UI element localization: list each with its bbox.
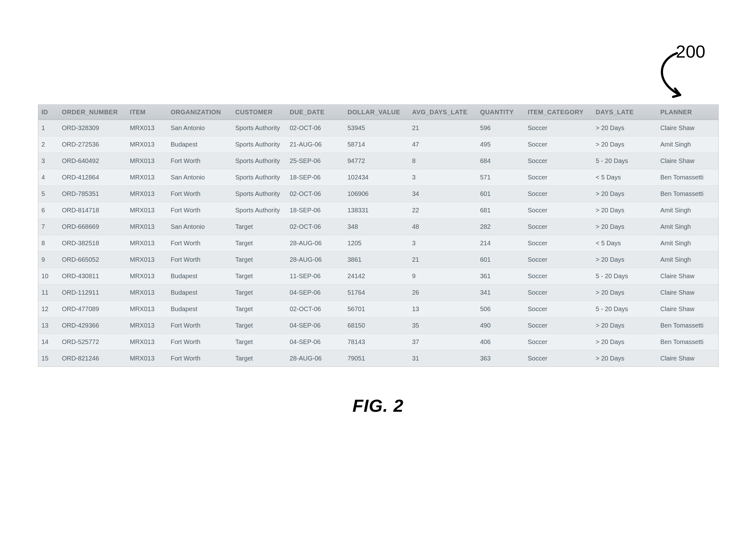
col-header-id[interactable]: ID — [38, 105, 59, 120]
cell-id: 3 — [38, 153, 59, 169]
cell-organization: Fort Worth — [168, 251, 232, 268]
cell-planner: Ben Tomassetti — [657, 186, 719, 202]
cell-organization: Fort Worth — [168, 202, 232, 219]
cell-avg-days-late: 26 — [409, 285, 477, 301]
cell-customer: Sports Authority — [232, 136, 287, 153]
cell-days-late: 5 - 20 Days — [592, 153, 657, 169]
cell-days-late: 5 - 20 Days — [592, 268, 657, 285]
cell-dollar-value: 58714 — [344, 136, 409, 153]
table-row[interactable]: 6ORD-814718MRX013Fort WorthSports Author… — [38, 202, 718, 219]
cell-order-number: ORD-272536 — [59, 136, 127, 153]
cell-due-date: 02-OCT-06 — [287, 301, 344, 318]
col-header-item[interactable]: ITEM — [127, 105, 168, 120]
cell-days-late: > 20 Days — [592, 120, 657, 136]
cell-id: 8 — [38, 235, 59, 251]
cell-planner: Ben Tomassetti — [657, 169, 719, 186]
orders-table: ID ORDER_NUMBER ITEM ORGANIZATION CUSTOM… — [38, 105, 718, 367]
table-row[interactable]: 4ORD-412864MRX013San AntonioSports Autho… — [38, 169, 718, 186]
cell-planner: Amit Singh — [657, 235, 719, 251]
table-row[interactable]: 10ORD-430811MRX013BudapestTarget11-SEP-0… — [38, 268, 718, 285]
cell-due-date: 04-SEP-06 — [287, 285, 344, 301]
cell-customer: Sports Authority — [232, 186, 287, 202]
cell-item: MRX013 — [127, 350, 168, 367]
cell-planner: Ben Tomassetti — [657, 318, 719, 334]
cell-due-date: 11-SEP-06 — [287, 268, 344, 285]
cell-item: MRX013 — [127, 120, 168, 136]
table-row[interactable]: 8ORD-382518MRX013Fort WorthTarget28-AUG-… — [38, 235, 718, 251]
table-row[interactable]: 12ORD-477089MRX013BudapestTarget02-OCT-0… — [38, 301, 718, 318]
cell-planner: Amit Singh — [657, 251, 719, 268]
cell-avg-days-late: 47 — [409, 136, 477, 153]
cell-dollar-value: 68150 — [344, 318, 409, 334]
cell-due-date: 04-SEP-06 — [287, 318, 344, 334]
cell-item-category: Soccer — [524, 219, 592, 235]
table-row[interactable]: 13ORD-429366MRX013Fort WorthTarget04-SEP… — [38, 318, 718, 334]
cell-id: 14 — [38, 334, 59, 350]
cell-order-number: ORD-477089 — [59, 301, 127, 318]
col-header-organization[interactable]: ORGANIZATION — [168, 105, 232, 120]
figure-page: 200 ID ORDER_NUMBER ITEM ORGANIZATION CU… — [0, 0, 756, 551]
table-row[interactable]: 11ORD-112911MRX013BudapestTarget04-SEP-0… — [38, 285, 718, 301]
col-header-item-category[interactable]: ITEM_CATEGORY — [524, 105, 592, 120]
cell-organization: Fort Worth — [168, 350, 232, 367]
cell-item-category: Soccer — [524, 153, 592, 169]
cell-quantity: 681 — [477, 202, 525, 219]
cell-quantity: 596 — [477, 120, 525, 136]
cell-organization: Fort Worth — [168, 318, 232, 334]
cell-due-date: 28-AUG-06 — [287, 251, 344, 268]
col-header-quantity[interactable]: QUANTITY — [477, 105, 525, 120]
cell-quantity: 571 — [477, 169, 525, 186]
cell-organization: Budapest — [168, 285, 232, 301]
cell-avg-days-late: 3 — [409, 235, 477, 251]
table-row[interactable]: 5ORD-785351MRX013Fort WorthSports Author… — [38, 186, 718, 202]
table-row[interactable]: 1ORD-328309MRX013San AntonioSports Autho… — [38, 120, 718, 136]
cell-planner: Claire Shaw — [657, 120, 719, 136]
col-header-avg-days-late[interactable]: AVG_DAYS_LATE — [409, 105, 477, 120]
cell-customer: Target — [232, 219, 287, 235]
cell-item: MRX013 — [127, 153, 168, 169]
table-row[interactable]: 2ORD-272536MRX013BudapestSports Authorit… — [38, 136, 718, 153]
table-row[interactable]: 9ORD-665052MRX013Fort WorthTarget28-AUG-… — [38, 251, 718, 268]
col-header-dollar-value[interactable]: DOLLAR_VALUE — [344, 105, 409, 120]
cell-order-number: ORD-382518 — [59, 235, 127, 251]
cell-id: 5 — [38, 186, 59, 202]
cell-item-category: Soccer — [524, 169, 592, 186]
cell-quantity: 601 — [477, 186, 525, 202]
cell-id: 15 — [38, 350, 59, 367]
cell-quantity: 406 — [477, 334, 525, 350]
cell-organization: San Antonio — [168, 120, 232, 136]
cell-item-category: Soccer — [524, 251, 592, 268]
col-header-customer[interactable]: CUSTOMER — [232, 105, 287, 120]
cell-days-late: > 20 Days — [592, 334, 657, 350]
cell-organization: Fort Worth — [168, 235, 232, 251]
cell-order-number: ORD-668669 — [59, 219, 127, 235]
cell-item-category: Soccer — [524, 235, 592, 251]
cell-avg-days-late: 35 — [409, 318, 477, 334]
orders-table-header: ID ORDER_NUMBER ITEM ORGANIZATION CUSTOM… — [38, 105, 718, 120]
cell-days-late: 5 - 20 Days — [592, 301, 657, 318]
cell-item-category: Soccer — [524, 186, 592, 202]
cell-customer: Target — [232, 350, 287, 367]
cell-item: MRX013 — [127, 219, 168, 235]
cell-organization: Budapest — [168, 136, 232, 153]
table-row[interactable]: 7ORD-668669MRX013San AntonioTarget02-OCT… — [38, 219, 718, 235]
cell-organization: San Antonio — [168, 219, 232, 235]
col-header-order-number[interactable]: ORDER_NUMBER — [59, 105, 127, 120]
cell-item: MRX013 — [127, 268, 168, 285]
col-header-planner[interactable]: PLANNER — [657, 105, 719, 120]
cell-quantity: 601 — [477, 251, 525, 268]
cell-organization: Fort Worth — [168, 153, 232, 169]
cell-days-late: > 20 Days — [592, 285, 657, 301]
col-header-days-late[interactable]: DAYS_LATE — [592, 105, 657, 120]
cell-item: MRX013 — [127, 301, 168, 318]
cell-dollar-value: 53945 — [344, 120, 409, 136]
cell-avg-days-late: 48 — [409, 219, 477, 235]
table-row[interactable]: 14ORD-525772MRX013Fort WorthTarget04-SEP… — [38, 334, 718, 350]
table-row[interactable]: 15ORD-821246MRX013Fort WorthTarget28-AUG… — [38, 350, 718, 367]
cell-dollar-value: 78143 — [344, 334, 409, 350]
cell-days-late: > 20 Days — [592, 251, 657, 268]
table-row[interactable]: 3ORD-640492MRX013Fort WorthSports Author… — [38, 153, 718, 169]
cell-dollar-value: 3861 — [344, 251, 409, 268]
cell-due-date: 21-AUG-06 — [287, 136, 344, 153]
col-header-due-date[interactable]: DUE_DATE — [287, 105, 344, 120]
